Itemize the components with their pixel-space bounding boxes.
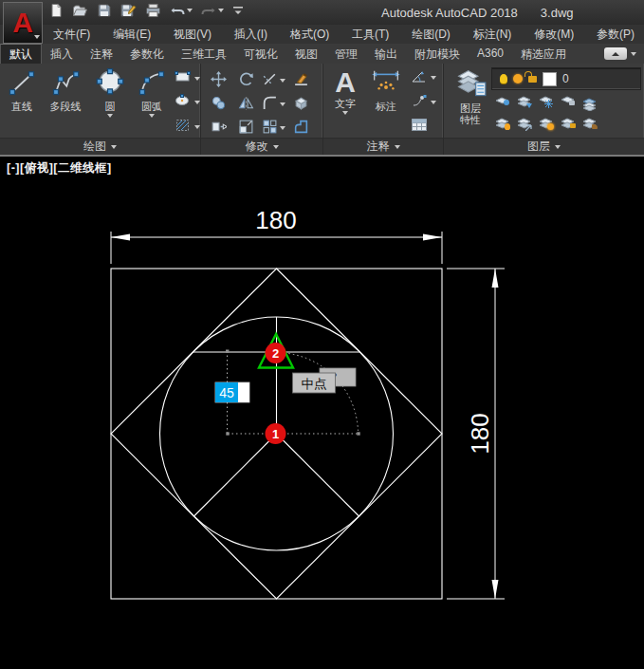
tool-trim[interactable] <box>262 71 285 90</box>
quick-access-toolbar <box>49 3 244 18</box>
window-title: Autodesk AutoCAD 2018 3.dwg <box>381 6 574 20</box>
tool-offset[interactable] <box>293 119 309 138</box>
layer-dropdown[interactable]: 0 <box>491 67 641 90</box>
tool-hatch-caret[interactable] <box>194 125 200 129</box>
tab-3d-tools[interactable]: 三维工具 <box>173 44 235 64</box>
redo-button[interactable] <box>201 4 224 18</box>
tool-circle[interactable]: 圆 <box>91 64 129 139</box>
ribbon-minimize-button[interactable] <box>604 47 627 60</box>
tool-fillet[interactable] <box>262 95 285 114</box>
panel-annotate-label[interactable]: 注释 <box>323 138 443 155</box>
tool-explode[interactable] <box>293 95 309 114</box>
tab-insert[interactable]: 插入 <box>42 44 82 64</box>
tool-array[interactable] <box>262 119 285 138</box>
save-button[interactable] <box>97 3 112 18</box>
print-button[interactable] <box>145 3 161 18</box>
dim-arrow-left <box>111 234 130 241</box>
tab-visualize[interactable]: 可视化 <box>235 44 286 64</box>
tool-array-caret[interactable] <box>280 126 285 130</box>
tool-ellipse[interactable] <box>175 94 200 110</box>
menu-insert[interactable]: 插入(I) <box>234 27 267 43</box>
tool-arc[interactable]: 圆弧 <box>133 64 171 139</box>
panel-layers-label[interactable]: 图层 <box>444 138 644 155</box>
tool-arc-caret[interactable] <box>149 114 155 118</box>
tool-layer-properties[interactable]: 图层特性 <box>450 64 491 139</box>
ribbon-minimize-caret[interactable] <box>631 52 636 56</box>
layer-thaw-all-icon[interactable] <box>539 117 554 132</box>
tool-circle-caret[interactable] <box>107 114 113 118</box>
tool-angular-caret[interactable] <box>431 76 436 80</box>
tool-rectangle-caret[interactable] <box>194 77 200 81</box>
tab-view[interactable]: 视图 <box>286 44 326 64</box>
menu-parametric[interactable]: 参数(P) <box>597 27 635 43</box>
customize-toolbar-button[interactable] <box>232 5 244 16</box>
tool-table[interactable] <box>411 118 436 135</box>
tab-parametric[interactable]: 参数化 <box>121 44 173 64</box>
tab-home[interactable]: 默认 <box>0 44 42 64</box>
menu-file[interactable]: 文件(F) <box>53 27 90 43</box>
model-space-canvas[interactable]: 180 180 0° <box>0 157 644 669</box>
panel-draw-label[interactable]: 绘图 <box>0 138 200 155</box>
layer-restore-icon[interactable] <box>517 117 532 132</box>
menu-draw[interactable]: 绘图(D) <box>412 27 451 43</box>
tab-manage[interactable]: 管理 <box>326 44 366 64</box>
tool-rectangle[interactable] <box>175 70 200 86</box>
tool-copy[interactable] <box>211 95 227 114</box>
tool-angular-dimension[interactable] <box>411 69 436 86</box>
tab-output[interactable]: 输出 <box>366 44 406 64</box>
current-layer-name: 0 <box>562 72 569 85</box>
layer-set-current-icon[interactable] <box>517 96 532 111</box>
menu-view[interactable]: 视图(V) <box>174 27 212 43</box>
tab-add-ins[interactable]: 附加模块 <box>406 44 469 64</box>
drawing-area[interactable]: [-][俯视][二维线框] 180 <box>0 157 644 669</box>
layer-freeze-icon[interactable] <box>539 96 554 111</box>
menu-modify[interactable]: 修改(M) <box>534 27 574 43</box>
tab-a360[interactable]: A360 <box>469 44 512 64</box>
tool-mirror[interactable] <box>238 95 254 114</box>
new-file-button[interactable] <box>49 3 64 18</box>
tool-dimension[interactable]: 标注 <box>367 64 405 139</box>
layer-make-current-icon[interactable] <box>495 117 510 132</box>
tab-annotate[interactable]: 注释 <box>82 44 121 64</box>
panel-modify-label[interactable]: 修改 <box>201 138 322 155</box>
tool-fillet-caret[interactable] <box>280 102 285 106</box>
application-menu-button[interactable]: A <box>3 2 43 44</box>
radius-line-lower-left <box>193 434 277 517</box>
menu-dimension[interactable]: 标注(N) <box>473 27 512 43</box>
tool-trim-caret[interactable] <box>280 79 285 83</box>
tool-text-caret[interactable] <box>342 111 348 115</box>
tab-featured-apps[interactable]: 精选应用 <box>512 44 575 64</box>
new-file-icon <box>49 3 64 18</box>
tool-polyline[interactable]: 多段线 <box>44 64 87 139</box>
undo-button[interactable] <box>170 4 193 18</box>
layer-unlock-all-icon[interactable] <box>561 117 576 132</box>
tool-leader-caret[interactable] <box>431 101 436 104</box>
layer-match-icon[interactable] <box>582 96 598 111</box>
menu-format[interactable]: 格式(O) <box>290 27 329 43</box>
tool-scale[interactable] <box>238 119 254 138</box>
menu-edit[interactable]: 编辑(E) <box>113 27 151 43</box>
radius-line-lower-right <box>277 434 360 517</box>
tool-leader[interactable] <box>411 94 436 110</box>
open-file-button[interactable] <box>72 3 88 18</box>
layer-lock-icon[interactable] <box>561 96 576 111</box>
tool-erase[interactable] <box>293 71 309 90</box>
arc-icon <box>138 68 166 100</box>
tool-stretch[interactable] <box>211 119 227 138</box>
viewport-controls[interactable]: [-][俯视][二维线框] <box>7 160 112 177</box>
tool-rotate[interactable] <box>238 71 254 90</box>
tool-text-label: 文字 <box>335 99 356 109</box>
dynamic-input-field[interactable]: 45 <box>215 382 249 402</box>
save-icon <box>97 3 112 18</box>
redo-dropdown-caret[interactable] <box>218 9 224 12</box>
layer-walk-icon[interactable] <box>582 117 598 132</box>
menu-tools[interactable]: 工具(T) <box>352 27 389 43</box>
tool-hatch[interactable] <box>175 118 200 136</box>
tool-text[interactable]: A 文字 <box>329 64 361 139</box>
tool-ellipse-caret[interactable] <box>194 101 200 104</box>
save-as-button[interactable] <box>120 3 137 18</box>
layer-isolate-icon[interactable] <box>495 96 510 111</box>
tool-line[interactable]: 直线 <box>4 64 40 139</box>
undo-dropdown-caret[interactable] <box>187 9 193 12</box>
tool-move[interactable] <box>211 71 227 90</box>
